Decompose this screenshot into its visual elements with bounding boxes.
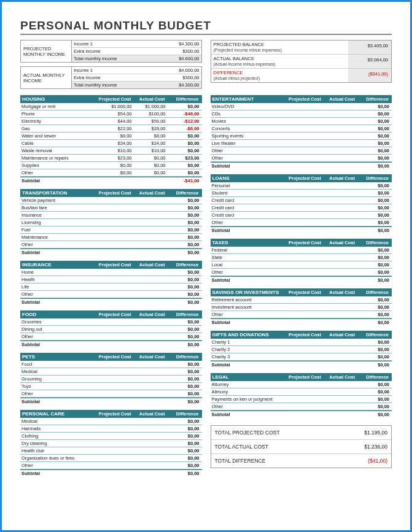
expense-name: Charity 1 — [212, 339, 290, 345]
expense-row: CDs$0,00 — [211, 110, 392, 118]
expense-diff: $0,00 — [357, 198, 391, 203]
expense-projected: $23,00 — [99, 155, 133, 161]
expense-name: Life — [21, 284, 99, 290]
category-header: TAXESProjected CostActual CostDifference — [211, 239, 392, 247]
expense-row: Health$0,00 — [20, 276, 202, 283]
expense-name: Local — [212, 262, 290, 268]
subtotal-label: Subtotal — [21, 342, 99, 347]
income-row-value: $300,00 — [165, 74, 201, 81]
expense-projected — [289, 339, 323, 345]
expense-actual — [133, 284, 167, 290]
expense-row: Alimony$0,00 — [211, 388, 392, 396]
expense-name: Other — [212, 220, 290, 225]
expense-actual — [133, 212, 167, 218]
subtotal-value: $0,00 — [167, 399, 201, 404]
expense-row: Dry cleaning$0,00 — [20, 440, 202, 447]
col-diff: Difference — [166, 262, 200, 268]
expense-row: Electricity$44,00$56,00-$12,00 — [20, 118, 202, 125]
col-diff: Difference — [166, 96, 200, 102]
expense-name: Health club — [21, 448, 99, 453]
expense-projected — [99, 198, 133, 203]
projected-income-label: PROJECTED MONTHLY INCOME — [21, 40, 71, 62]
subtotal-row: Subtotal$0,00 — [211, 276, 392, 283]
expense-name: Home — [21, 269, 99, 275]
expense-projected — [99, 448, 133, 453]
subtotal-row: Subtotal$0,00 — [20, 341, 202, 348]
expense-diff: $0,00 — [167, 426, 201, 431]
expense-name: Licensing — [21, 220, 99, 225]
expense-diff: $0,00 — [357, 220, 391, 225]
expense-diff: $0,00 — [357, 104, 391, 109]
expense-actual — [323, 255, 357, 260]
total-row: TOTAL DIFFERENCE($41,00) — [211, 454, 392, 468]
expense-name: Electricity — [21, 118, 99, 124]
expense-row: Hair/nails$0,00 — [20, 425, 202, 433]
expense-actual: $1.000,00 — [133, 104, 167, 109]
balance-label: DIFFERENCE(Actual minus projected) — [211, 69, 349, 82]
expense-row: Credit card$0,00 — [211, 212, 392, 219]
actual-income-block: ACTUAL MONTHLY INCOME Income 1$4.000,00E… — [20, 66, 202, 89]
expense-diff: $0,00 — [167, 391, 201, 396]
subtotal-label: Subtotal — [21, 399, 99, 404]
expense-row: Charity 3$0,00 — [211, 353, 392, 361]
subtotal-row: Subtotal-$41,00 — [20, 177, 202, 184]
expense-name: Vehicle payment — [21, 198, 99, 203]
income-row: Extra income$300,00 — [72, 48, 201, 55]
expense-diff: $0,00 — [357, 155, 391, 161]
expense-row: Live theater$0,00 — [211, 140, 392, 147]
col-actual: Actual Cost — [133, 312, 166, 317]
income-row-label: Income 1 — [72, 40, 165, 47]
expense-diff: $0,00 — [357, 148, 391, 153]
expense-projected — [289, 404, 323, 409]
expense-projected — [99, 361, 133, 367]
expense-name: Other — [212, 404, 290, 409]
expense-row: Other$0,00 — [211, 269, 392, 276]
col-projected: Projected Cost — [289, 96, 322, 102]
expense-diff: $0,00 — [167, 448, 201, 453]
total-label: TOTAL PROJECTED COST — [215, 430, 339, 436]
subtotal-label: Subtotal — [212, 228, 290, 233]
category-housing: HOUSINGProjected CostActual CostDifferen… — [20, 95, 202, 184]
col-actual: Actual Cost — [133, 190, 166, 196]
expense-actual — [133, 291, 167, 297]
expense-diff: $0,00 — [357, 212, 391, 218]
expense-actual — [323, 126, 357, 131]
expense-name: Concerts — [212, 126, 290, 131]
col-projected: Projected Cost — [289, 240, 322, 245]
expense-name: Charity 2 — [212, 347, 290, 352]
expense-row: Other$0,00 — [20, 333, 202, 341]
expense-actual: $0,00 — [133, 163, 167, 168]
expense-actual — [133, 448, 167, 453]
expense-diff: $0,00 — [167, 418, 201, 424]
category-taxes: TAXESProjected CostActual CostDifference… — [211, 239, 392, 283]
category-header: PETSProjected CostActual CostDifference — [20, 353, 202, 361]
expense-name: Maintenance — [21, 234, 99, 240]
expense-diff: $0,00 — [357, 183, 391, 188]
expense-name: Other — [212, 155, 290, 161]
subtotal-value: $0,00 — [357, 228, 391, 233]
expense-projected — [289, 312, 323, 317]
expense-diff: $0,00 — [167, 326, 201, 332]
expense-row: Other$0,00 — [211, 147, 392, 155]
col-projected: Projected Cost — [99, 354, 133, 360]
expense-actual — [133, 234, 167, 240]
expense-actual: $56,00 — [133, 118, 167, 124]
expense-name: Gas — [21, 126, 99, 131]
expense-projected — [99, 277, 133, 282]
category-savings-or-investments: SAVINGS OR INVESTMENTSProjected CostActu… — [211, 288, 392, 326]
expense-diff: $0,00 — [167, 227, 201, 233]
expense-projected — [289, 126, 323, 131]
expense-actual — [133, 205, 167, 210]
actual-income-label: ACTUAL MONTHLY INCOME — [21, 67, 71, 88]
expense-actual — [133, 361, 167, 367]
expense-diff: $0,00 — [167, 269, 201, 275]
income-row-value: $4.000,00 — [165, 67, 201, 74]
expense-row: Toys$0,00 — [20, 383, 202, 390]
expense-projected — [289, 304, 323, 310]
expense-row: Maintenance or repairs$23,00$0,00$23,00 — [20, 155, 202, 162]
category-name: INSURANCE — [22, 262, 99, 268]
category-name: TRANSPORTATION — [22, 190, 99, 196]
col-actual: Actual Cost — [322, 96, 356, 102]
balance-label: PROJECTED BALANCE(Projected income minus… — [211, 40, 349, 54]
expense-row: Movies$0,00 — [211, 118, 392, 125]
